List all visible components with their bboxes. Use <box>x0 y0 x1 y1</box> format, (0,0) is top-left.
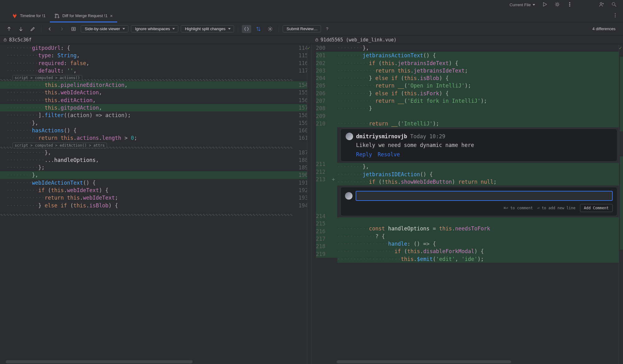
viewer-mode-dropdown[interactable]: Side-by-side viewer <box>81 25 128 32</box>
debug-icon[interactable] <box>554 2 560 8</box>
line-number: 215 <box>316 220 330 227</box>
add-user-icon[interactable] <box>599 2 604 8</box>
chevron-down-icon <box>172 28 175 30</box>
code-line[interactable]: ············return this.jetbrainsIdeText… <box>337 67 623 74</box>
run-icon[interactable] <box>542 2 548 8</box>
next-change-icon[interactable] <box>16 25 26 33</box>
code-line[interactable]: ········}, <box>0 119 293 127</box>
help-icon[interactable]: ? <box>323 26 331 31</box>
sync-scroll-icon[interactable] <box>254 25 263 33</box>
code-line[interactable]: ················handle: () => { <box>337 240 623 248</box>
code-line[interactable]: ··········} else if (this.isFork) { <box>337 90 623 97</box>
svg-point-7 <box>55 17 56 18</box>
code-line[interactable]: ············? { <box>337 233 623 240</box>
close-icon[interactable]: × <box>110 13 113 18</box>
whitespace-dropdown[interactable]: Ignore whitespaces <box>131 25 178 32</box>
code-line[interactable]: ············this.webIdeAction, <box>0 89 293 96</box>
code-line[interactable]: ············...handleOptions, <box>0 156 293 164</box>
forward-icon[interactable] <box>57 25 66 33</box>
line-number: 216 <box>316 228 330 235</box>
line-number: 208 <box>316 105 330 112</box>
code-line[interactable]: ············return __('Edit fork in Inte… <box>337 97 623 105</box>
code-line[interactable]: ········jetbrainsIDEAction() { <box>337 171 623 178</box>
tab-menu-icon[interactable] <box>612 12 618 19</box>
code-line[interactable]: ··········if (this.webIdeText) { <box>0 187 293 194</box>
code-line[interactable]: ··········return this.actions.length > 0… <box>0 134 293 142</box>
tab-timeline[interactable]: Timeline for !1 <box>7 9 50 22</box>
code-line[interactable]: ········gitpodUrl: { <box>0 44 293 52</box>
fold-indicator[interactable]: ∿∿∿∿∿∿∿∿∿∿∿∿∿∿∿∿∿∿∿∿∿∿∿∿∿∿∿∿∿∿∿∿∿∿∿∿∿∿∿∿… <box>0 142 293 149</box>
right-diff-pane[interactable]: 2002012022032042052062072082092102112122… <box>312 44 623 364</box>
code-line[interactable]: ··········} else if (this.isBlob) { <box>337 74 623 82</box>
code-line[interactable]: ··········return __('IntelliJ'); <box>337 120 623 127</box>
code-line[interactable]: ··········default: '', <box>0 67 293 74</box>
search-icon[interactable] <box>611 2 617 8</box>
code-line[interactable]: ··········if (!this.showWebIdeButton) re… <box>337 178 623 186</box>
diff-count: 4 differences <box>592 26 619 31</box>
highlight-dropdown[interactable]: Highlight split changes <box>181 25 234 32</box>
code-line[interactable]: ········}, <box>0 171 293 179</box>
code-line[interactable]: ··········const handleOptions = this.nee… <box>337 225 623 232</box>
back-icon[interactable] <box>45 25 55 33</box>
tab-label: Timeline for !1 <box>20 13 46 18</box>
left-diff-pane[interactable]: ········gitpodUrl: { ··········type: Str… <box>0 44 312 364</box>
more-icon[interactable] <box>567 2 573 8</box>
line-number: 157 <box>293 104 308 111</box>
svg-rect-15 <box>315 40 318 41</box>
add-comment-button[interactable]: Add Comment <box>580 204 613 212</box>
code-line[interactable]: ········webIdeActionText() { <box>0 179 293 187</box>
code-line[interactable]: ············return __('Open in IntelliJ'… <box>337 82 623 89</box>
code-line[interactable]: ········}, <box>337 44 623 52</box>
code-line[interactable]: ········hasActions() { <box>0 127 293 134</box>
edit-icon[interactable] <box>28 25 37 33</box>
code-line[interactable]: ········}, <box>337 163 623 170</box>
code-line[interactable]: ··········].filter((action) => action); <box>0 111 293 119</box>
comment-input[interactable] <box>356 191 613 201</box>
right-scrollbar[interactable] <box>337 360 511 363</box>
prev-change-icon[interactable] <box>4 25 14 33</box>
line-number: 202 <box>316 59 330 67</box>
line-number: 156 <box>293 97 308 104</box>
code-line[interactable]: ··········} else if (this.isBlob) { <box>0 202 293 209</box>
line-number: 203 <box>316 67 330 74</box>
fold-indicator[interactable]: ∿∿∿∿∿∿∿∿∿∿∿∿∿∿∿∿∿∿∿∿∿∿∿∿∿∿∿∿∿∿∿∿∿∿∿∿∿∿∿∿… <box>0 209 293 216</box>
svg-point-9 <box>615 13 616 14</box>
list-icon[interactable] <box>69 25 78 33</box>
code-line[interactable]: ····················this.$emit('edit', '… <box>337 255 623 263</box>
code-line[interactable]: ············return this.webIdeText; <box>0 194 293 201</box>
left-minimap[interactable]: ✓ <box>307 44 311 364</box>
code-line[interactable]: ··········if (this.jetbrainsIdeText) { <box>337 59 623 67</box>
left-revision: 83c5c36f <box>9 37 31 43</box>
right-minimap[interactable]: ✓ <box>619 44 623 364</box>
fold-indicator[interactable]: ∿∿∿∿∿∿∿∿∿∿∿∿∿∿∿∿∿∿∿∿∿∿∿∿∿∿∿∿∿∿∿∿∿∿∿∿∿∿∿∿… <box>0 74 293 81</box>
code-line[interactable]: ············this.pipelineEditorAction, <box>0 81 293 89</box>
tab-diff[interactable]: Diff for Merge Request !1 × <box>50 9 117 22</box>
chevron-down-icon <box>122 28 125 30</box>
line-number: 207 <box>316 97 330 105</box>
submit-review-button[interactable]: Submit Review… <box>283 25 321 32</box>
line-number: 210 <box>316 120 330 127</box>
code-line[interactable]: ··········} <box>337 105 623 112</box>
code-line[interactable]: ··········}; <box>0 164 293 171</box>
code-line[interactable] <box>337 112 623 120</box>
code-line[interactable] <box>337 217 623 225</box>
code-line[interactable]: ··················if (this.disableForkMo… <box>337 248 623 255</box>
comment-body: Likely we need some dynamic name here <box>356 142 612 148</box>
code-line[interactable]: ············}, <box>0 149 293 156</box>
code-line[interactable]: ············this.gitpodAction, <box>0 104 293 111</box>
settings-icon[interactable] <box>266 25 275 33</box>
line-number: 206 <box>316 90 330 97</box>
left-scrollbar[interactable] <box>6 360 193 363</box>
line-number: 187 <box>293 149 308 156</box>
code-line[interactable]: ··········type: String, <box>0 52 293 59</box>
code-line[interactable]: ············this.editAction, <box>0 97 293 104</box>
reply-link[interactable]: Reply <box>356 151 372 158</box>
collapse-icon[interactable] <box>242 25 251 33</box>
line-number: 205 <box>316 82 330 89</box>
code-line[interactable]: ··········required: false, <box>0 59 293 67</box>
line-number: 219 <box>316 250 330 258</box>
line-number: 189 <box>293 164 308 171</box>
code-line[interactable]: ········jetbrainsActionText() { <box>337 52 623 59</box>
run-config-selector[interactable]: Current File <box>510 2 535 7</box>
resolve-link[interactable]: Resolve <box>378 151 400 158</box>
